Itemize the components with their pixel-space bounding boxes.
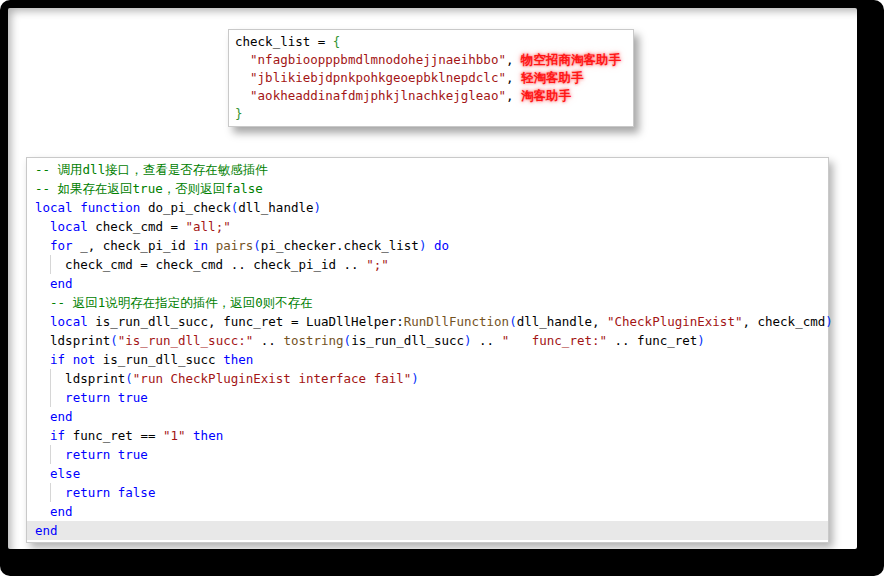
code-token-str: "aokheaddinafdmjphkjlnachkejgleao" [250,88,506,103]
code-token-com: -- 返回1说明存在指定的插件，返回0则不存在 [50,295,313,310]
code-token-paren: ( [110,333,118,348]
code-token-plain: .. [472,333,502,348]
lua-code-panel: -- 调用dll接口，查看是否存在敏感插件-- 如果存在返回true，否则返回f… [26,157,829,543]
code-token-kw: end [35,523,58,538]
code-token-paren: ) [825,314,833,329]
indent-guide [50,388,51,407]
code-token-plain [35,276,50,291]
code-token-kw: else [50,466,80,481]
code-token-ann: 物空招商淘客助手 [521,52,621,67]
code-line: "jblikiebjdpnkpohkgeoepbklnepdclc", 轻淘客助… [235,69,627,87]
check-list-snippet-panel: check_list = { "nfagbioopppbmdlmnodohejj… [228,29,634,127]
code-token-plain [35,428,50,443]
code-token-kw: if [50,428,65,443]
code-line: ldsprint("is_run_dll_succ:" .. tostring(… [27,331,828,350]
code-token-paren: ) [411,371,419,386]
indent-guide [50,445,51,464]
indent-guide [50,255,51,274]
code-line: return true [27,388,828,407]
code-line: ldsprint("run CheckPluginExist interface… [27,369,828,388]
code-token-plain: ldsprint [35,333,110,348]
code-token-paren: ( [344,333,352,348]
code-token-str: " func_ret:" [502,333,607,348]
code-token-plain [35,219,50,234]
indent-guide [50,369,51,388]
code-token-plain [35,352,50,367]
code-token-str: "CheckPluginExist" [607,314,742,329]
code-token-plain: is_run_dll_succ [351,333,464,348]
code-line: end [27,274,828,293]
code-line: local is_run_dll_succ, func_ret = LuaDll… [27,312,828,331]
code-token-plain [110,485,118,500]
code-line: for _, check_pi_id in pairs(pi_checker.c… [27,236,828,255]
code-token-str: ";" [366,257,389,272]
code-token-str: "all;" [186,219,231,234]
code-token-str: "jblikiebjdpnkpohkgeoepbklnepdclc" [250,70,506,85]
code-token-str: "run CheckPluginExist interface fail" [133,371,411,386]
indent-guide [50,483,51,502]
code-line: "nfagbioopppbmdlmnodohejjnaeihbbo", 物空招商… [235,51,627,69]
code-token-kw: end [50,276,73,291]
code-token-plain [35,295,50,310]
code-token-kw: true [118,390,148,405]
code-token-plain [110,390,118,405]
code-token-kw: then [193,428,223,443]
code-line: "aokheaddinafdmjphkjlnachkejgleao", 淘客助手 [235,87,627,105]
code-token-kw: function [80,200,140,215]
code-line: end [27,407,828,426]
code-line: check_cmd = check_cmd .. check_pi_id .. … [27,255,828,274]
code-token-plain: , [506,88,521,103]
code-token-plain [35,314,50,329]
code-line: end [27,521,828,540]
code-token-kw: then [223,352,253,367]
code-line: -- 返回1说明存在指定的插件，返回0则不存在 [27,293,828,312]
code-token-str: "is_run_dll_succ:" [118,333,253,348]
code-token-brace: { [333,34,341,49]
code-token-plain: , check_cmd [742,314,825,329]
code-token-plain: .. func_ret [607,333,697,348]
code-token-fn: pairs [216,238,254,253]
code-token-fn: RunDllFunction [404,314,509,329]
code-token-kw: in [193,238,208,253]
code-token-fn: tostring [283,333,343,348]
code-line: else [27,464,828,483]
code-token-kw: return [65,485,110,500]
code-token-str: "1" [163,428,186,443]
code-token-kw: return [65,447,110,462]
code-token-kw: local [50,314,88,329]
code-token-plain: pi_checker.check_list [261,238,419,253]
code-token-kw: local [50,219,88,234]
code-token-plain [35,504,50,519]
code-token-plain [35,466,50,481]
code-token-paren: ) [697,333,705,348]
code-token-plain: is_run_dll_succ, func_ret = LuaDllHelper… [88,314,404,329]
code-token-str: "nfagbioopppbmdlmnodohejjnaeihbbo" [250,52,506,67]
code-token-plain [35,238,50,253]
screenshot-frame: check_list = { "nfagbioopppbmdlmnodohejj… [0,0,884,576]
code-token-plain: , [506,52,521,67]
code-line: if not is_run_dll_succ then [27,350,828,369]
code-token-plain: func_ret == [65,428,163,443]
code-token-plain: do_pi_check [140,200,230,215]
code-token-plain [110,447,118,462]
code-token-plain [186,428,194,443]
code-token-plain [208,238,216,253]
code-token-plain: dll_handle [238,200,313,215]
code-token-com: -- 如果存在返回true，否则返回false [35,181,263,196]
code-token-plain [235,70,250,85]
code-token-plain: check_list = [235,34,333,49]
code-token-kw: for [50,238,73,253]
code-token-kw: local [35,200,73,215]
code-token-plain: is_run_dll_succ [95,352,223,367]
code-token-kw: if [50,352,65,367]
code-line: if func_ret == "1" then [27,426,828,445]
code-line: } [235,105,627,123]
code-token-kw: do [434,238,449,253]
code-line: local function do_pi_check(dll_handle) [27,198,828,217]
code-token-plain [235,52,250,67]
code-line: local check_cmd = "all;" [27,217,828,236]
code-token-plain: _, check_pi_id [73,238,193,253]
code-token-kw: false [118,485,156,500]
code-token-kw: end [50,504,73,519]
code-token-plain [65,352,73,367]
